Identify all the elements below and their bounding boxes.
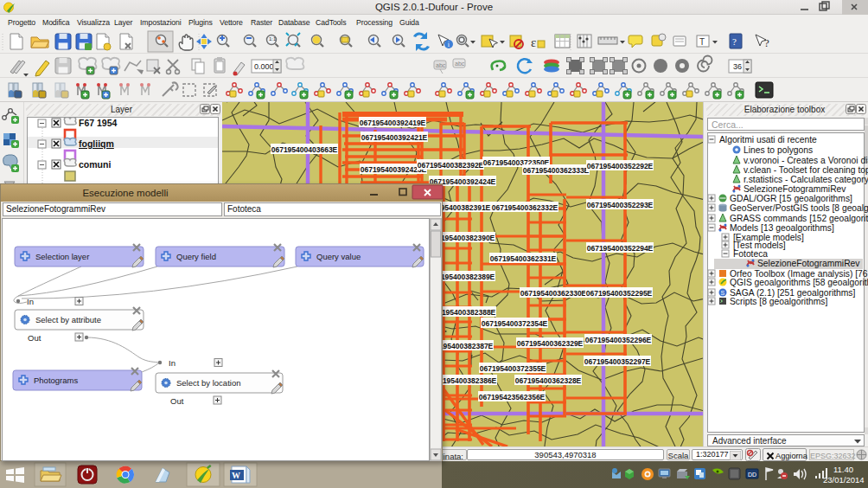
svg-text:GDAL/OGR [15 geoalgorithms]: GDAL/OGR [15 geoalgorithms]: [730, 194, 852, 203]
svg-text:Fototeca: Fototeca: [733, 249, 768, 259]
svg-text:1:1: 1:1: [269, 36, 277, 42]
svg-text:067195400372355E: 067195400372355E: [480, 364, 546, 373]
svg-text:Lines to polygons: Lines to polygons: [744, 145, 813, 155]
svg-text:abc: abc: [455, 61, 465, 67]
svg-text:T: T: [699, 37, 705, 47]
svg-text:W: W: [232, 471, 240, 480]
svg-text:Scripts [8 geoalgorithms]: Scripts [8 geoalgorithms]: [730, 297, 827, 306]
svg-text:SelezioneFotogrammiRev: SelezioneFotogrammiRev: [744, 184, 846, 194]
svg-text:Out: Out: [170, 396, 184, 406]
svg-text:v.clean - Toolset for cleaning: v.clean - Toolset for cleaning topolog..…: [744, 165, 868, 175]
svg-text:GeoServer/PostGIS tools [8 geo: GeoServer/PostGIS tools [8 geoalgorith..…: [730, 203, 868, 213]
svg-text:067195400362330E: 067195400362330E: [520, 289, 587, 298]
svg-text:Photograms: Photograms: [34, 376, 78, 385]
svg-text:067195400352295E: 067195400352295E: [586, 289, 653, 298]
svg-text:067195400362331E: 067195400362331E: [490, 254, 557, 263]
svg-text:36: 36: [733, 62, 742, 71]
svg-text:fogliiqm: fogliiqm: [79, 138, 114, 149]
svg-text:067195400392419E: 067195400392419E: [360, 119, 426, 127]
svg-text:v.voronoi - Creates a Voronoi: v.voronoi - Creates a Voronoi diagra...: [744, 156, 868, 165]
svg-text:067195400352293E: 067195400352293E: [587, 201, 654, 209]
svg-text:?: ?: [732, 36, 737, 47]
svg-text:Algoritmi usati di recente: Algoritmi usati di recente: [719, 135, 817, 144]
svg-text:Selection layer: Selection layer: [35, 252, 89, 261]
svg-text:r.statistics - Calculates cate: r.statistics - Calculates category or o.…: [744, 175, 868, 184]
svg-text:GRASS commands [152 geoalgorit: GRASS commands [152 geoalgorithms]: [730, 214, 868, 223]
svg-text:S: S: [721, 290, 725, 296]
svg-text:067195400352294E: 067195400352294E: [587, 244, 654, 253]
svg-text:Select by location: Select by location: [176, 378, 240, 388]
svg-text:067195400372354E: 067195400372354E: [482, 319, 548, 328]
svg-text:SelezioneFotogrammiRev: SelezioneFotogrammiRev: [757, 259, 860, 268]
svg-text:ε: ε: [531, 35, 536, 49]
svg-text:067195400403663E: 067195400403663E: [271, 145, 338, 154]
svg-text:23/01/2014: 23/01/2014: [823, 475, 865, 485]
svg-text:11.40: 11.40: [833, 465, 853, 474]
svg-text:067195400362329E: 067195400362329E: [517, 339, 584, 348]
svg-text:067195400392421E: 067195400392421E: [361, 133, 428, 142]
svg-text:Query value: Query value: [316, 252, 361, 261]
svg-text:0.000: 0.000: [254, 62, 274, 71]
svg-text:067195400362328E: 067195400362328E: [515, 376, 582, 385]
svg-text:067195400352292E: 067195400352292E: [587, 162, 654, 170]
svg-text:Select by attribute: Select by attribute: [35, 315, 101, 324]
svg-text:067195423562356E: 067195423562356E: [479, 393, 546, 401]
svg-text:Models [13 geoalgorithms]: Models [13 geoalgorithms]: [730, 223, 834, 233]
svg-text:QGIS geoalgorithms [58 geoalgo: QGIS geoalgorithms [58 geoalgorithms]: [730, 278, 868, 287]
svg-text:067195400382392E: 067195400382392E: [418, 161, 484, 170]
svg-text:In: In: [169, 358, 176, 368]
svg-text:067195400362332E: 067195400362332E: [492, 203, 558, 212]
svg-text:067195400352297E: 067195400352297E: [584, 357, 651, 366]
svg-text:F67 1954: F67 1954: [79, 118, 118, 128]
svg-text:067195400362333E: 067195400362333E: [523, 166, 590, 175]
svg-text:abc: abc: [436, 62, 446, 68]
svg-text:In: In: [27, 297, 34, 306]
svg-text:Query field: Query field: [176, 252, 216, 261]
svg-text:?: ?: [764, 36, 769, 49]
svg-text:comuni: comuni: [79, 159, 111, 170]
svg-text:DD: DD: [748, 472, 756, 478]
svg-text:067195400352296E: 067195400352296E: [585, 336, 652, 344]
svg-text:Out: Out: [28, 333, 41, 343]
